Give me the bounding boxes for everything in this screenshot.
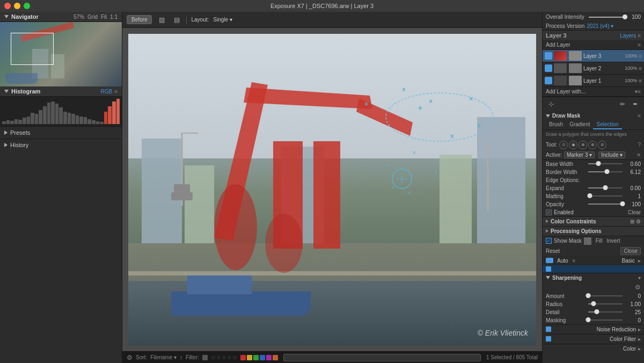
auto-menu-icon[interactable]: ≡	[573, 258, 576, 264]
color-filter-green[interactable]	[253, 355, 259, 360]
color-filter-arrow[interactable]: ▸	[638, 336, 641, 342]
polygon-tool[interactable]: ◉	[569, 141, 577, 149]
edge-tool[interactable]: ⊘	[598, 141, 606, 149]
selection-tool[interactable]: ⊗	[588, 141, 597, 149]
star-4[interactable]: ☆	[227, 354, 232, 360]
layout-selector[interactable]: Single ▾	[213, 17, 232, 23]
navigator-expand-icon[interactable]	[4, 15, 9, 18]
magic-tool[interactable]: ⊕	[579, 141, 587, 149]
histogram-mode[interactable]: RGB	[100, 89, 112, 95]
lasso-tool[interactable]: ⊙	[559, 141, 568, 149]
add-layer-with-label[interactable]: Add Layer with...	[546, 89, 635, 95]
compare-icon[interactable]: ▧	[156, 14, 167, 25]
color-filter-purple[interactable]	[266, 355, 272, 360]
layers-menu-icon[interactable]: ≡	[638, 33, 641, 39]
close-button[interactable]	[4, 3, 11, 9]
layer-item-2[interactable]: Layer 2 100% ≡	[543, 62, 644, 75]
pencil-tool-icon[interactable]: ✒	[630, 99, 641, 110]
maximize-button[interactable]	[24, 3, 30, 9]
canvas-area[interactable]: × × × × × × + + ×	[122, 28, 542, 351]
select-tool-icon[interactable]: ⊹	[546, 99, 557, 110]
close-button[interactable]: Close	[620, 247, 641, 255]
detail-slider[interactable]	[588, 311, 623, 313]
layers-button[interactable]: Layers	[620, 33, 636, 39]
marker-select[interactable]: Marker 3 ▾	[564, 151, 595, 158]
layer-item-3[interactable]: Layer 3 100% ≡	[543, 50, 644, 62]
radius-slider[interactable]	[588, 303, 623, 304]
brush-tool-icon[interactable]: ✏	[617, 99, 628, 110]
sort-direction-icon[interactable]: ↕	[180, 354, 182, 360]
show-mask-checkbox[interactable]: ✓	[546, 238, 552, 244]
presets-header[interactable]: Presets	[0, 127, 122, 139]
color-arrow[interactable]: ▸	[638, 346, 641, 352]
add-layer-menu[interactable]: ≡	[638, 42, 641, 48]
star-5[interactable]: ☆	[232, 354, 237, 360]
color-filter-orange[interactable]	[273, 355, 278, 360]
layer2-menu[interactable]: ≡	[639, 66, 642, 71]
opacity-slider[interactable]	[588, 204, 623, 205]
star-2[interactable]: ☆	[216, 354, 221, 360]
color-filter-red[interactable]	[240, 355, 246, 360]
color-filter-row[interactable]: Color Filter ▸	[543, 334, 644, 344]
before-button[interactable]: Before	[127, 15, 152, 24]
filmstrip-search[interactable]	[283, 354, 481, 361]
nav-fit[interactable]: Fit	[101, 14, 107, 20]
nav-zoom-57[interactable]: 57%	[74, 14, 84, 20]
layer-item-1[interactable]: Layer 1 100% ≡	[543, 75, 644, 87]
process-value[interactable]: 2021 (v4) ▾	[587, 23, 613, 29]
color-constraints-row[interactable]: Color Constraints ⊞ ⚙	[543, 217, 644, 227]
layer3-menu[interactable]: ≡	[639, 53, 642, 59]
fill-label[interactable]: Fill	[596, 238, 603, 244]
presets-expand-icon[interactable]	[4, 130, 8, 135]
base-width-slider[interactable]	[588, 163, 623, 164]
gradient-tab[interactable]: Gradient	[566, 120, 593, 129]
filter-block[interactable]	[202, 355, 208, 360]
sharpening-header[interactable]: Sharpening ▾	[543, 273, 644, 282]
brush-tab[interactable]: Brush	[546, 120, 566, 129]
split-icon[interactable]: ▤	[171, 14, 182, 25]
selection-tab[interactable]: Selection	[593, 120, 621, 129]
tool-help-icon[interactable]: ?	[638, 142, 641, 148]
noise-reduction-arrow[interactable]: ▸	[638, 326, 641, 332]
star-1[interactable]: ☆	[211, 354, 216, 360]
draw-mask-expand-icon[interactable]	[546, 114, 550, 118]
color-filter-blue[interactable]	[260, 355, 265, 360]
auto-checkbox[interactable]	[546, 258, 553, 263]
histogram-menu[interactable]: ≡	[114, 89, 118, 95]
color-constraints-expand-icon[interactable]: ⊞	[630, 219, 634, 224]
star-3[interactable]: ☆	[222, 354, 226, 360]
invert-label[interactable]: Invert	[606, 238, 620, 244]
history-header[interactable]: History	[0, 139, 122, 151]
include-select[interactable]: Include ▾	[598, 151, 625, 158]
clear-label[interactable]: Clear	[628, 209, 641, 215]
border-width-slider[interactable]	[588, 171, 623, 172]
color-row[interactable]: Color ▸	[543, 344, 644, 353]
marker-delete-icon[interactable]: ✕	[636, 152, 641, 158]
enabled-checkbox[interactable]: ✓	[546, 209, 552, 215]
noise-reduction-row[interactable]: Noise Reduction ▸	[543, 324, 644, 334]
matting-slider[interactable]	[588, 195, 623, 197]
processing-options-row[interactable]: Processing Options	[543, 227, 644, 236]
layer1-menu[interactable]: ≡	[639, 78, 642, 84]
expand-slider[interactable]	[588, 187, 623, 188]
minimize-button[interactable]	[14, 3, 20, 9]
sort-value[interactable]: Filename ▾	[150, 354, 177, 360]
navigator-section: Navigator 57% Grid Fit 1:1	[0, 12, 122, 86]
nav-1to1[interactable]: 1:1	[110, 14, 118, 20]
nav-grid[interactable]: Grid	[87, 14, 98, 20]
settings-icon[interactable]: ⚙	[127, 354, 133, 361]
basic-arrow-icon[interactable]: ▸	[638, 258, 641, 264]
histogram-expand-icon[interactable]	[4, 90, 9, 93]
amount-slider[interactable]	[588, 295, 623, 296]
sharpening-more-icon[interactable]: ▾	[638, 275, 641, 281]
sharpening-gear-icon[interactable]: ⚙	[635, 284, 641, 291]
color-constraints-settings-icon[interactable]: ⚙	[636, 219, 641, 224]
masking-slider[interactable]	[588, 320, 623, 321]
edge-options-label: Edge Options:	[546, 177, 580, 183]
draw-mask-menu[interactable]: ≡	[638, 113, 641, 119]
intensity-slider[interactable]	[589, 17, 628, 18]
color-filter-yellow[interactable]	[247, 355, 252, 360]
history-expand-icon[interactable]	[4, 143, 8, 147]
add-layer-label[interactable]: Add Layer	[546, 42, 570, 48]
add-layer-with-icon[interactable]: ≡	[638, 89, 641, 95]
